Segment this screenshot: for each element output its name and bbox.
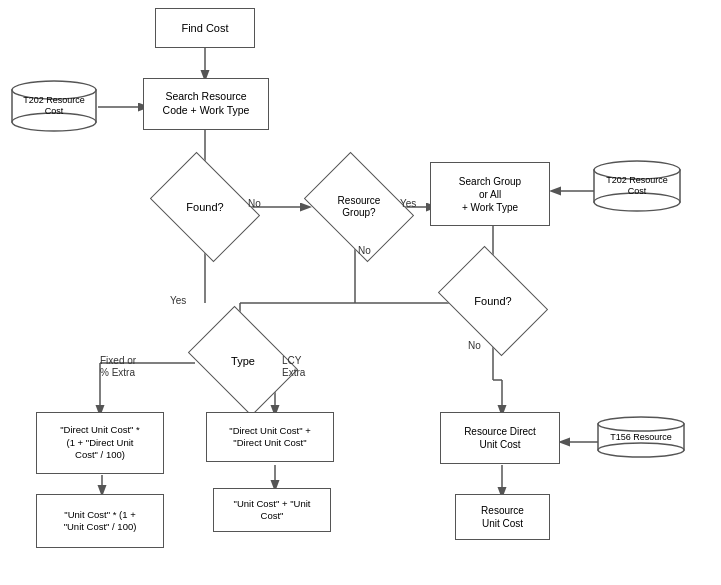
yes-label-1: Yes <box>170 295 186 306</box>
resource-group-label: ResourceGroup? <box>314 174 404 240</box>
cylinder-t202-left-label: T202 ResourceCost <box>17 95 91 117</box>
box1a-label: "Direct Unit Cost" *(1 + "Direct UnitCos… <box>60 424 140 461</box>
resource-group-diamond: ResourceGroup? <box>314 174 404 240</box>
found-diamond-2-label: Found? <box>448 268 538 334</box>
found-diamond-1: Found? <box>160 174 250 240</box>
found-diamond-1-label: Found? <box>160 174 250 240</box>
no-label-2: No <box>468 340 481 351</box>
box2b-label: "Unit Cost" + "UnitCost" <box>234 498 311 523</box>
cylinder-t202-left: T202 ResourceCost <box>10 80 98 132</box>
svg-point-29 <box>598 417 684 431</box>
search-resource-code-box: Search Resource Code + Work Type <box>143 78 269 130</box>
type-diamond-label: Type <box>198 328 288 394</box>
box1b-label: "Unit Cost" * (1 +"Unit Cost" / 100) <box>64 509 137 534</box>
resource-direct-unit-cost-box: Resource DirectUnit Cost <box>440 412 560 464</box>
cylinder-t202-right-label: T202 ResourceCost <box>600 175 674 197</box>
box-unit-cost-add: "Unit Cost" + "UnitCost" <box>213 488 331 532</box>
box2a-label: "Direct Unit Cost" +"Direct Unit Cost" <box>229 425 310 450</box>
no-label-rg: No <box>358 245 371 256</box>
find-cost-label: Find Cost <box>181 21 228 35</box>
find-cost-box: Find Cost <box>155 8 255 48</box>
cylinder-t156-label: T156 Resource <box>604 432 678 443</box>
cylinder-t156: T156 Resource <box>596 416 686 458</box>
svg-point-30 <box>598 443 684 457</box>
box-direct-unit-cost-multiply: "Direct Unit Cost" *(1 + "Direct UnitCos… <box>36 412 164 474</box>
resource-direct-unit-cost-label: Resource DirectUnit Cost <box>464 425 536 451</box>
search-group-work-type-box: Search Groupor All+ Work Type <box>430 162 550 226</box>
resource-unit-cost-label: ResourceUnit Cost <box>481 504 524 530</box>
cylinder-t202-right: T202 ResourceCost <box>592 160 682 212</box>
box-direct-unit-cost-add: "Direct Unit Cost" +"Direct Unit Cost" <box>206 412 334 462</box>
resource-unit-cost-box: ResourceUnit Cost <box>455 494 550 540</box>
found-diamond-2: Found? <box>448 268 538 334</box>
flowchart: Find Cost T202 ResourceCost Search Resou… <box>0 0 721 585</box>
type-diamond: Type <box>198 328 288 394</box>
fixed-extra-label: Fixed or% Extra <box>100 355 136 379</box>
search-group-label: Search Groupor All+ Work Type <box>459 175 521 214</box>
box-unit-cost-multiply: "Unit Cost" * (1 +"Unit Cost" / 100) <box>36 494 164 548</box>
search-resource-label: Search Resource Code + Work Type <box>163 90 250 117</box>
